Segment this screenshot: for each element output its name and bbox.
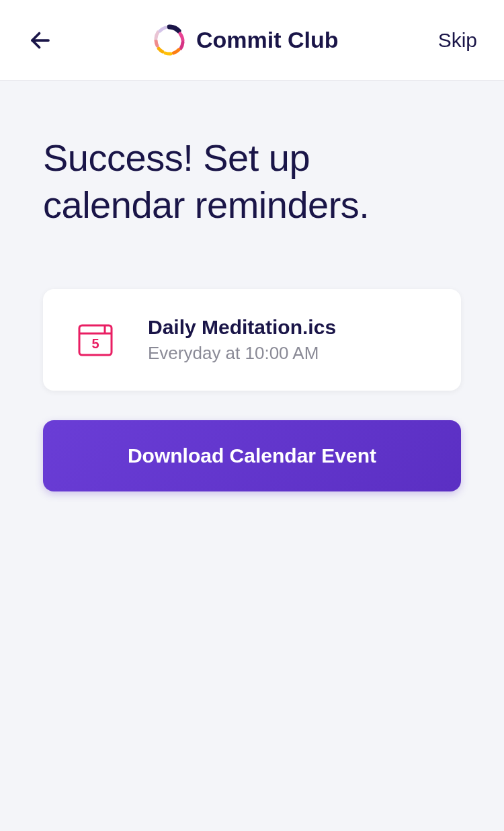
file-subtitle: Everyday at 10:00 AM bbox=[148, 343, 336, 364]
back-button[interactable] bbox=[27, 27, 54, 54]
file-name: Daily Meditation.ics bbox=[148, 316, 336, 339]
calendar-file-icon: 5 bbox=[75, 320, 116, 360]
svg-text:5: 5 bbox=[91, 336, 99, 351]
file-card: 5 Daily Meditation.ics Everyday at 10:00… bbox=[43, 289, 461, 391]
main-content: Success! Set up calendar reminders. 5 Da… bbox=[0, 81, 504, 545]
app-logo-icon bbox=[153, 24, 185, 56]
download-button[interactable]: Download Calendar Event bbox=[43, 420, 461, 491]
page-heading: Success! Set up calendar reminders. bbox=[43, 134, 461, 229]
arrow-left-icon bbox=[28, 28, 52, 52]
app-title: Commit Club bbox=[196, 27, 339, 53]
header-title-group: Commit Club bbox=[153, 24, 339, 56]
header: Commit Club Skip bbox=[0, 0, 504, 81]
skip-button[interactable]: Skip bbox=[438, 29, 477, 52]
file-info: Daily Meditation.ics Everyday at 10:00 A… bbox=[148, 316, 336, 364]
